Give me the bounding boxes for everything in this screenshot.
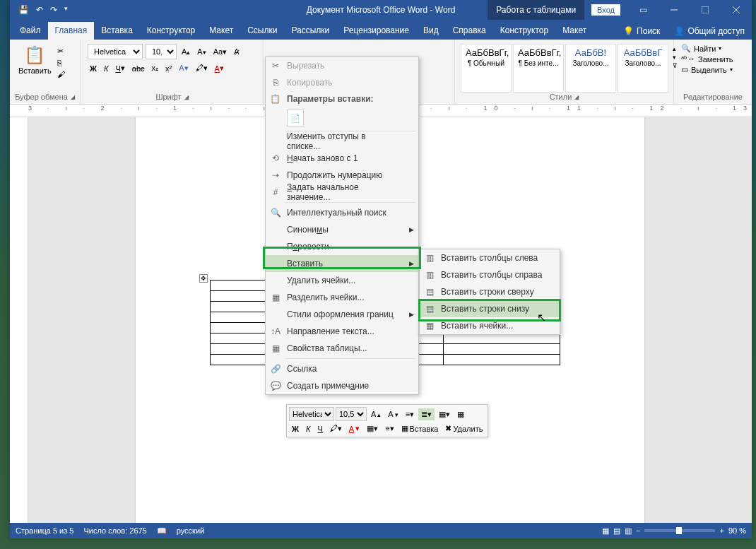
undo-icon[interactable]: ↶ [36,5,43,15]
mini-numbering-icon[interactable]: ≣▾ [418,408,435,420]
sub-insert-cols-left[interactable]: ▥Вставить столбцы слева [420,249,560,266]
paste-button[interactable]: 📋 Вставить [16,44,54,93]
format-painter-icon[interactable]: 🖌 [57,70,65,78]
italic-icon[interactable]: К [102,63,110,74]
subscript-icon[interactable]: x₂ [150,62,161,74]
tab-review[interactable]: Рецензирование [336,22,416,40]
mini-bullets-icon[interactable]: ≡▾ [403,408,417,420]
ctx-text-direction[interactable]: ↕AНаправление текста... [266,323,418,340]
superscript-icon[interactable]: x² [163,63,174,74]
ctx-new-comment[interactable]: 💬Создать примечание [266,377,418,394]
mini-underline-icon[interactable]: Ч [314,423,325,435]
web-layout-icon[interactable]: ▥ [625,526,632,536]
underline-icon[interactable]: Ч▾ [113,62,126,74]
ctx-translate[interactable]: Перевести [266,238,418,255]
mini-merge-icon[interactable]: ▦ [454,408,467,420]
mini-delete-button[interactable]: ✖Удалить [442,423,485,435]
style-heading2[interactable]: АаБбВвГЗаголово... [618,44,668,93]
copy-icon[interactable]: ⎘ [57,59,65,67]
paste-keep-source-icon[interactable]: 📄 [287,110,304,126]
mini-align-icon[interactable]: ≡▾ [382,423,396,435]
language-status[interactable]: русский [177,526,204,535]
qat-dropdown-icon[interactable]: ▾ [64,5,68,15]
mini-font-name[interactable]: Helvetica [289,407,334,421]
tab-layout[interactable]: Макет [202,22,240,40]
mini-italic-icon[interactable]: К [303,423,313,435]
ctx-synonyms[interactable]: Синонимы▶ [266,221,418,238]
grow-font-icon[interactable]: A▴ [179,46,192,57]
spell-check-icon[interactable]: 📖 [157,526,167,536]
shrink-font-icon[interactable]: A▾ [195,46,208,57]
zoom-level[interactable]: 90 % [728,526,746,535]
mini-table-icon[interactable]: ▦▾ [436,408,453,420]
tab-help[interactable]: Справка [446,22,493,40]
mini-insert-button[interactable]: ▦Вставка [398,423,442,435]
zoom-in-icon[interactable]: + [719,526,723,535]
ctx-set-number-value[interactable]: #Задать начальное значение... [266,184,418,201]
tab-home[interactable]: Главная [48,22,95,40]
tab-table-design[interactable]: Конструктор [493,22,555,40]
tab-mailings[interactable]: Рассылки [284,22,336,40]
ctx-copy[interactable]: ⎘Копировать [266,74,418,91]
mini-font-color-icon[interactable]: A▾ [346,423,362,435]
font-size-select[interactable]: 10,5 [146,44,177,59]
tab-table-layout[interactable]: Макет [555,22,593,40]
mini-grow-font-icon[interactable]: A▴ [368,408,384,420]
text-effects-icon[interactable]: A▾ [177,62,190,74]
strike-icon[interactable]: abc [130,63,147,74]
ctx-smart-lookup[interactable]: 🔍Интеллектуальный поиск [266,204,418,221]
highlight-icon[interactable]: 🖍▾ [194,62,210,74]
ctx-link[interactable]: 🔗Ссылка [266,360,418,377]
zoom-out-icon[interactable]: − [636,526,640,535]
mini-bold-icon[interactable]: Ж [289,423,302,435]
minimize-icon[interactable] [658,0,690,20]
replace-button[interactable]: ᵃᵇ↔Заменить [681,54,745,64]
table-move-handle[interactable]: ✥ [199,274,208,283]
ctx-restart-numbering[interactable]: ⟲Начать заново с 1 [266,150,418,167]
share-button[interactable]: 👤Общий доступ [667,23,752,40]
close-icon[interactable] [721,0,752,20]
ctx-border-styles[interactable]: Стили оформления границ▶ [266,306,418,323]
sub-insert-rows-above[interactable]: ▤Вставить строки сверху [420,283,560,300]
ctx-adjust-list[interactable]: Изменить отступы в списке... [266,133,418,150]
style-normal[interactable]: АаБбВвГг,¶ Обычный [461,44,512,93]
bold-icon[interactable]: Ж [88,63,99,74]
ribbon-display-icon[interactable]: ▭ [627,0,658,20]
clear-format-icon[interactable]: A̷ [232,46,242,58]
redo-icon[interactable]: ↷ [50,5,57,15]
maximize-icon[interactable] [690,0,721,20]
font-color-icon[interactable]: A▾ [213,62,226,74]
change-case-icon[interactable]: Aa▾ [211,46,229,58]
tab-file[interactable]: Файл [13,22,48,40]
style-nospacing[interactable]: АаБбВвГг,¶ Без инте... [513,44,564,93]
style-heading1[interactable]: АаБбВ!Заголово... [565,44,616,93]
mini-shrink-font-icon[interactable]: A▾ [385,408,401,420]
tab-view[interactable]: Вид [416,22,446,40]
page-status[interactable]: Страница 5 из 5 [16,526,73,535]
save-icon[interactable]: 💾 [18,5,29,15]
ctx-delete-cells[interactable]: Удалить ячейки... [266,272,418,289]
tab-references[interactable]: Ссылки [240,22,284,40]
ctx-insert[interactable]: Вставить▶ [266,255,418,272]
word-count[interactable]: Число слов: 2675 [83,526,146,535]
select-button[interactable]: ▭Выделить▾ [681,65,745,74]
vertical-ruler[interactable] [10,117,28,523]
print-layout-icon[interactable]: ▤ [613,526,620,536]
tab-design[interactable]: Конструктор [140,22,202,40]
ctx-table-properties[interactable]: ▦Свойства таблицы... [266,340,418,357]
mini-highlight-icon[interactable]: 🖍▾ [327,423,345,435]
ctx-cut[interactable]: ✂Вырезать [266,57,418,74]
mini-font-size[interactable]: 10,5 [336,407,367,421]
cut-icon[interactable]: ✂ [57,47,65,56]
find-button[interactable]: 🔍Найти▾ [681,44,745,53]
ctx-split-cells[interactable]: ▦Разделить ячейки... [266,289,418,306]
login-button[interactable]: Вход [591,4,620,16]
zoom-slider[interactable] [644,529,715,532]
read-mode-icon[interactable]: ▦ [602,526,609,536]
tab-insert[interactable]: Вставка [94,22,140,40]
sub-insert-cols-right[interactable]: ▥Вставить столбцы справа [420,266,560,283]
font-name-select[interactable]: Helvetica [88,44,143,59]
tell-me-search[interactable]: 💡Поиск [616,23,667,40]
mini-borders-icon[interactable]: ▦▾ [364,423,381,435]
ctx-continue-numbering[interactable]: ⇢Продолжить нумерацию [266,167,418,184]
